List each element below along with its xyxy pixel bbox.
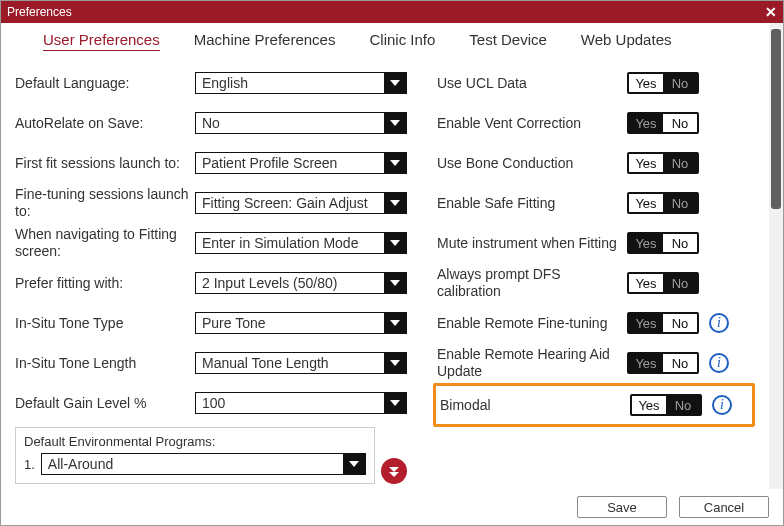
toggle-no: No	[663, 234, 697, 252]
expand-programs-button[interactable]	[381, 458, 407, 484]
info-icon[interactable]: i	[709, 353, 729, 373]
field-autorelate: AutoRelate on Save: No	[15, 103, 407, 143]
toggle-yes: Yes	[629, 154, 663, 172]
toggle-no: No	[663, 274, 697, 292]
toggle-remote-ha[interactable]: Yes No	[627, 352, 699, 374]
window-title: Preferences	[7, 5, 72, 19]
label-fine-tuning: Fine-tuning sessions launch to:	[15, 186, 195, 220]
select-default-language[interactable]: English	[195, 72, 407, 94]
svg-marker-0	[390, 80, 400, 86]
chevron-down-icon	[343, 454, 365, 474]
toggle-remote-ft[interactable]: Yes No	[627, 312, 699, 334]
chevron-down-icon	[384, 393, 406, 413]
toggle-no: No	[663, 74, 697, 92]
toggle-yes: Yes	[632, 396, 666, 414]
label-ucl: Use UCL Data	[437, 75, 617, 92]
label-safe: Enable Safe Fitting	[437, 195, 617, 212]
opt-ucl: Use UCL Data Yes No	[437, 63, 755, 103]
svg-marker-2	[390, 160, 400, 166]
select-value: Manual Tone Length	[202, 355, 329, 371]
environmental-program-row: 1. All-Around	[24, 453, 366, 475]
toggle-mute[interactable]: Yes No	[627, 232, 699, 254]
svg-marker-5	[390, 280, 400, 286]
opt-bimodal: Bimodal Yes No i	[436, 392, 746, 418]
tab-machine-preferences[interactable]: Machine Preferences	[194, 31, 336, 51]
tab-web-updates[interactable]: Web Updates	[581, 31, 672, 51]
preferences-window: Preferences ✕ User Preferences Machine P…	[0, 0, 784, 526]
toggle-dfs[interactable]: Yes No	[627, 272, 699, 294]
toggle-ucl[interactable]: Yes No	[627, 72, 699, 94]
svg-marker-1	[390, 120, 400, 126]
toggle-safe[interactable]: Yes No	[627, 192, 699, 214]
field-first-fit: First fit sessions launch to: Patient Pr…	[15, 143, 407, 183]
label-bone: Use Bone Conduction	[437, 155, 617, 172]
tab-user-preferences[interactable]: User Preferences	[43, 31, 160, 51]
content-wrap: User Preferences Machine Preferences Cli…	[1, 23, 783, 489]
label-remote-ft: Enable Remote Fine-tuning	[437, 315, 617, 332]
chevron-down-icon	[384, 153, 406, 173]
opt-bone: Use Bone Conduction Yes No	[437, 143, 755, 183]
toggle-vent[interactable]: Yes No	[627, 112, 699, 134]
toggle-no: No	[663, 354, 697, 372]
select-tone-length[interactable]: Manual Tone Length	[195, 352, 407, 374]
toggle-yes: Yes	[629, 114, 663, 132]
select-fine-tuning[interactable]: Fitting Screen: Gain Adjust	[195, 192, 407, 214]
select-navigating[interactable]: Enter in Simulation Mode	[195, 232, 407, 254]
select-prefer-fitting[interactable]: 2 Input Levels (50/80)	[195, 272, 407, 294]
chevron-down-icon	[384, 113, 406, 133]
tabs: User Preferences Machine Preferences Cli…	[15, 29, 755, 53]
toggle-yes: Yes	[629, 74, 663, 92]
cancel-button[interactable]: Cancel	[679, 496, 769, 518]
label-remote-ha: Enable Remote Hearing Aid Update	[437, 346, 617, 380]
select-value: Pure Tone	[202, 315, 266, 331]
field-tone-type: In-Situ Tone Type Pure Tone	[15, 303, 407, 343]
svg-marker-3	[390, 200, 400, 206]
vertical-scrollbar[interactable]	[769, 23, 783, 489]
select-value: Patient Profile Screen	[202, 155, 337, 171]
svg-marker-4	[390, 240, 400, 246]
toggle-bone[interactable]: Yes No	[627, 152, 699, 174]
select-env-program-1[interactable]: All-Around	[41, 453, 366, 475]
toggle-bimodal[interactable]: Yes No	[630, 394, 702, 416]
left-column: Default Language: English AutoRelate on …	[15, 63, 407, 484]
opt-remote-ha: Enable Remote Hearing Aid Update Yes No …	[437, 343, 755, 383]
highlight-bimodal: Bimodal Yes No i	[433, 383, 755, 427]
scroll-thumb[interactable]	[771, 29, 781, 209]
select-first-fit[interactable]: Patient Profile Screen	[195, 152, 407, 174]
select-value: 100	[202, 395, 225, 411]
info-icon[interactable]: i	[712, 395, 732, 415]
chevron-down-icon	[384, 73, 406, 93]
chevron-down-icon	[384, 233, 406, 253]
select-gain-level[interactable]: 100	[195, 392, 407, 414]
titlebar: Preferences ✕	[1, 1, 783, 23]
environmental-programs-group: Default Environmental Programs: 1. All-A…	[15, 427, 375, 484]
toggle-no: No	[666, 396, 700, 414]
select-value: No	[202, 115, 220, 131]
label-first-fit: First fit sessions launch to:	[15, 155, 195, 172]
scroll-track	[769, 23, 783, 489]
toggle-yes: Yes	[629, 354, 663, 372]
svg-marker-10	[389, 467, 399, 472]
label-mute: Mute instrument when Fitting	[437, 235, 617, 252]
label-navigating: When navigating to Fitting screen:	[15, 226, 195, 260]
label-dfs: Always prompt DFS calibration	[437, 266, 617, 300]
field-navigating: When navigating to Fitting screen: Enter…	[15, 223, 407, 263]
tab-clinic-info[interactable]: Clinic Info	[369, 31, 435, 51]
environmental-programs-title: Default Environmental Programs:	[24, 434, 366, 449]
label-vent: Enable Vent Correction	[437, 115, 617, 132]
close-icon[interactable]: ✕	[765, 5, 777, 19]
svg-marker-7	[390, 360, 400, 366]
save-button[interactable]: Save	[577, 496, 667, 518]
info-icon[interactable]: i	[709, 313, 729, 333]
label-default-language: Default Language:	[15, 75, 195, 92]
env-index: 1.	[24, 457, 35, 472]
svg-marker-11	[389, 472, 399, 477]
select-value: Fitting Screen: Gain Adjust	[202, 195, 368, 211]
svg-marker-8	[390, 400, 400, 406]
toggle-yes: Yes	[629, 274, 663, 292]
select-autorelate[interactable]: No	[195, 112, 407, 134]
chevron-down-icon	[384, 353, 406, 373]
select-tone-type[interactable]: Pure Tone	[195, 312, 407, 334]
tab-test-device[interactable]: Test Device	[469, 31, 547, 51]
toggle-yes: Yes	[629, 314, 663, 332]
